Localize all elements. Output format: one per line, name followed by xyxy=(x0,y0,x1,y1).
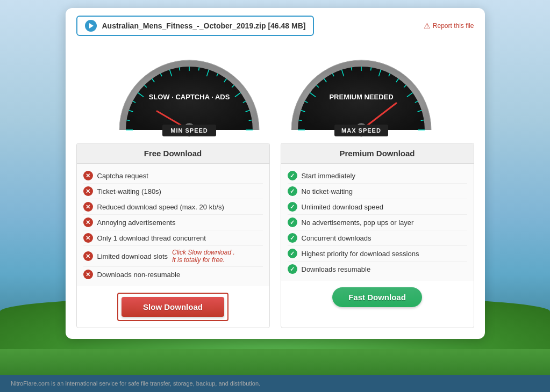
download-panels: Free Download ✕ Captcha request ✕ Ticket… xyxy=(66,143,485,328)
speedometers-row: SLOW · CAPTCHA · ADS MIN SPEED xyxy=(66,41,485,141)
list-item: ✕ Annoying advertisements xyxy=(83,215,263,230)
report-label: Report this file xyxy=(433,22,474,30)
slow-download-wrapper: Slow Download xyxy=(117,293,228,321)
svg-text:PREMIUM NEEDED: PREMIUM NEEDED xyxy=(329,93,393,101)
premium-panel-header: Premium Download xyxy=(281,143,474,164)
list-item: ✓ Start immediately xyxy=(288,168,467,184)
svg-text:MAX SPEED: MAX SPEED xyxy=(341,127,381,134)
svg-line-16 xyxy=(198,67,199,70)
list-item: ✓ No advertisements, pop ups or layer xyxy=(288,215,467,230)
list-item: ✓ Downloads resumable xyxy=(288,262,467,277)
x-icon: ✕ xyxy=(83,217,93,227)
premium-panel: Premium Download ✓ Start immediately ✓ N… xyxy=(281,143,474,328)
x-icon: ✕ xyxy=(83,270,93,279)
premium-speedometer: PREMIUM NEEDED MAX SPEED xyxy=(286,47,437,141)
check-icon: ✓ xyxy=(288,249,297,258)
list-item: ✓ Concurrent downloads xyxy=(288,230,467,246)
svg-line-43 xyxy=(370,67,371,70)
x-icon: ✕ xyxy=(83,202,93,212)
check-icon: ✓ xyxy=(288,186,297,196)
file-title-area: Australian_Mens_Fitness_-_October_2019.z… xyxy=(76,16,315,36)
fast-button-area: Fast Download xyxy=(281,281,474,314)
list-item: ✕ Only 1 download thread concurrent xyxy=(83,230,263,246)
premium-panel-body: ✓ Start immediately ✓ No ticket-waiting … xyxy=(281,164,474,281)
svg-text:SLOW · CAPTCHA · ADS: SLOW · CAPTCHA · ADS xyxy=(148,93,230,101)
svg-text:MIN SPEED: MIN SPEED xyxy=(170,127,208,134)
free-speedometer: SLOW · CAPTCHA · ADS MIN SPEED xyxy=(114,47,265,141)
free-panel-body: ✕ Captcha request ✕ Ticket-waiting (180s… xyxy=(77,164,269,286)
svg-line-15 xyxy=(179,67,180,70)
file-header: Australian_Mens_Fitness_-_October_2019.z… xyxy=(66,8,485,41)
list-item: ✓ No ticket-waiting xyxy=(288,184,467,199)
click-hint-inline: Click Slow download .It is totally for f… xyxy=(172,249,235,264)
list-item: ✓ Highest priority for download sessions xyxy=(288,246,467,262)
free-panel-header: Free Download xyxy=(77,143,269,164)
check-icon: ✓ xyxy=(288,202,297,212)
check-icon: ✓ xyxy=(288,171,297,180)
x-icon: ✕ xyxy=(83,251,93,261)
list-item: ✓ Unlimited download speed xyxy=(288,199,467,215)
warning-icon: ⚠ xyxy=(424,21,431,30)
list-item: ✕ Reduced download speed (max. 20 kb/s) xyxy=(83,199,263,215)
svg-line-20 xyxy=(248,120,252,121)
svg-line-11 xyxy=(126,120,130,121)
check-icon: ✓ xyxy=(288,233,297,243)
check-icon: ✓ xyxy=(288,217,297,227)
report-link[interactable]: ⚠ Report this file xyxy=(424,21,474,30)
file-name: Australian_Mens_Fitness_-_October_2019.z… xyxy=(102,21,306,30)
footer-bar: NitroFlare.com is an international servi… xyxy=(0,375,550,392)
x-icon: ✕ xyxy=(83,171,93,180)
play-icon xyxy=(85,20,97,32)
svg-line-47 xyxy=(420,120,424,121)
svg-line-42 xyxy=(351,67,352,70)
free-panel: Free Download ✕ Captcha request ✕ Ticket… xyxy=(76,143,270,328)
x-icon: ✕ xyxy=(83,233,93,243)
check-icon: ✓ xyxy=(288,264,297,274)
fast-download-button[interactable]: Fast Download xyxy=(332,287,422,307)
list-item: ✕ Limited download slots Click Slow down… xyxy=(83,246,263,267)
x-icon: ✕ xyxy=(83,186,93,196)
main-card: Australian_Mens_Fitness_-_October_2019.z… xyxy=(66,8,485,339)
slow-download-button[interactable]: Slow Download xyxy=(122,297,224,317)
list-item: ✕ Ticket-waiting (180s) xyxy=(83,184,263,199)
svg-line-38 xyxy=(298,120,302,121)
list-item: ✕ Captcha request xyxy=(83,168,263,184)
slow-button-area: Slow Download xyxy=(77,286,269,328)
list-item: ✕ Downloads non-resumable xyxy=(83,267,263,282)
footer-text: NitroFlare.com is an international servi… xyxy=(11,380,260,387)
